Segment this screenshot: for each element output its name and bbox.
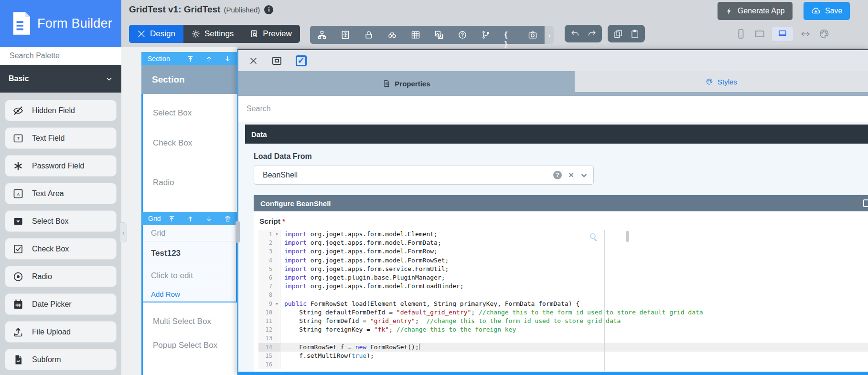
- palette-item-date-picker[interactable]: Date Picker: [5, 293, 117, 315]
- save-button[interactable]: Save: [804, 2, 850, 20]
- text-cursor: [419, 344, 420, 350]
- section-fields-below: Multi Select BoxPopup Select Box: [153, 317, 233, 365]
- theme-icon[interactable]: [818, 28, 830, 40]
- fold-spacer: [274, 282, 280, 291]
- camera-icon[interactable]: [528, 30, 537, 40]
- palette-item-hidden-field[interactable]: Hidden Field: [5, 100, 117, 121]
- load-binder-select[interactable]: BeanShell ? ×: [254, 166, 594, 185]
- data-section-header[interactable]: Data: [245, 125, 868, 144]
- braces-icon[interactable]: { }: [504, 30, 514, 40]
- tab-design[interactable]: Design: [129, 25, 183, 43]
- expand-icon[interactable]: [863, 199, 868, 207]
- palette-item-subform[interactable]: Subform: [5, 349, 117, 370]
- code-line-1: 1▾ import org.joget.apps.form.model.Elem…: [258, 230, 868, 239]
- beanshell-code-editor[interactable]: 1▾ import org.joget.apps.form.model.Elem…: [258, 230, 868, 371]
- table-grid-icon[interactable]: [411, 30, 420, 40]
- palette-sidebar: Basic Hidden Field T Text Field Password…: [0, 47, 121, 375]
- code-line-12: 12 String foreignKey = "fk"; //change th…: [258, 325, 868, 334]
- line-number: 5: [258, 265, 274, 273]
- builder-toolbar: { }: [310, 26, 545, 44]
- code-line-2: 2 import org.joget.apps.form.model.FormD…: [258, 239, 868, 247]
- lock-icon[interactable]: [364, 30, 374, 40]
- script-label: Script: [259, 217, 280, 225]
- subform-icon: [12, 354, 24, 365]
- dialog-list-icon[interactable]: [272, 57, 281, 65]
- tablet-icon[interactable]: [753, 28, 766, 40]
- grid-element[interactable]: Grid Test123 Click to edit Add Row: [142, 225, 237, 302]
- palette-item-radio[interactable]: Radio: [5, 266, 117, 287]
- move-down-icon[interactable]: [224, 55, 231, 62]
- delete-icon[interactable]: [224, 215, 231, 222]
- grid-column-header[interactable]: Test123: [143, 241, 236, 265]
- palette-item-text-field[interactable]: T Text Field: [5, 127, 117, 149]
- add-row-link[interactable]: Add Row: [143, 286, 236, 302]
- canvas-field-multi-select-box[interactable]: Multi Select Box: [153, 317, 233, 326]
- grid-cell-placeholder[interactable]: Click to edit: [143, 265, 236, 286]
- canvas-field-select-box[interactable]: Select Box: [153, 108, 233, 118]
- palette-item-check-box[interactable]: Check Box: [5, 238, 117, 260]
- dialog-resize-handle[interactable]: [236, 221, 240, 243]
- editor-scrollbar[interactable]: [626, 231, 629, 242]
- move-top-icon[interactable]: [168, 215, 175, 222]
- fold-spacer: [274, 291, 280, 299]
- code-line-15: 15 f.setMultiRow(true);: [258, 352, 868, 360]
- section-header[interactable]: Section: [141, 65, 237, 94]
- palette-item-file-upload[interactable]: File Upload: [5, 321, 117, 343]
- canvas-field-popup-select-box[interactable]: Popup Select Box: [153, 341, 233, 350]
- fold-spacer: [274, 247, 280, 256]
- info-icon[interactable]: i: [264, 5, 273, 14]
- code-line-14: 14 FormRowSet f = new FormRowSet();: [258, 343, 868, 352]
- checkbox-checked-icon[interactable]: ✓: [296, 55, 307, 66]
- tab-properties[interactable]: Properties: [238, 71, 575, 96]
- copy-icon[interactable]: [613, 29, 622, 38]
- form-status: (Published): [224, 6, 260, 14]
- canvas-field-radio[interactable]: Radio: [153, 178, 233, 188]
- code-line-11: 11 String formDefId = "grid_entry"; //ch…: [258, 317, 868, 325]
- palette-category-basic[interactable]: Basic: [0, 65, 121, 93]
- load-binder-value: BeanShell: [260, 171, 547, 179]
- redo-icon[interactable]: [587, 29, 596, 38]
- desktop-icon[interactable]: [772, 27, 793, 41]
- undo-icon[interactable]: [570, 29, 579, 38]
- palette-search-input[interactable]: [0, 52, 121, 60]
- fold-marker-icon[interactable]: ▾: [274, 300, 280, 308]
- fold-marker-icon[interactable]: ▾: [274, 230, 280, 239]
- translate-icon[interactable]: [434, 30, 444, 40]
- device-preview-toggle: [735, 26, 830, 42]
- editor-search-icon[interactable]: [590, 233, 596, 239]
- dialog-toolbar: ✓: [238, 50, 868, 71]
- toolbar-overflow-button[interactable]: ›: [545, 26, 554, 44]
- paste-icon[interactable]: [630, 29, 639, 38]
- palette-item-password-field[interactable]: Password Field: [5, 155, 117, 177]
- git-branch-icon[interactable]: [481, 30, 491, 40]
- move-top-icon[interactable]: [187, 55, 194, 62]
- fit-width-icon[interactable]: [799, 28, 812, 40]
- move-up-icon[interactable]: [205, 55, 213, 62]
- move-down-icon[interactable]: [205, 215, 213, 222]
- tab-styles[interactable]: Styles: [575, 71, 868, 96]
- help-circle-icon[interactable]: [458, 30, 467, 40]
- form-field-icon[interactable]: [341, 30, 350, 40]
- chevron-down-icon[interactable]: [580, 172, 588, 179]
- sitemap-icon[interactable]: [317, 30, 327, 40]
- section-title: Section: [152, 74, 185, 85]
- palette-item-select-box[interactable]: Select Box: [5, 210, 117, 232]
- palette-item-text-area[interactable]: A Text Area: [5, 183, 117, 204]
- close-icon[interactable]: [249, 56, 258, 65]
- collapse-palette-handle[interactable]: ‹: [120, 222, 127, 242]
- binoculars-icon[interactable]: [387, 30, 397, 40]
- move-up-icon[interactable]: [187, 215, 194, 222]
- undo-redo-group: [565, 25, 602, 42]
- tab-preview[interactable]: Preview: [242, 25, 300, 43]
- fold-spacer: [274, 256, 280, 265]
- generate-app-button[interactable]: Generate App: [718, 2, 793, 20]
- properties-search-input[interactable]: [238, 104, 868, 113]
- palette-icon: [706, 78, 713, 85]
- tab-settings[interactable]: Settings: [183, 25, 242, 43]
- file-upload-icon: [12, 326, 24, 338]
- canvas-field-check-box[interactable]: Check Box: [153, 138, 233, 148]
- fold-spacer: [274, 325, 280, 334]
- clear-icon[interactable]: ×: [568, 171, 574, 179]
- mobile-icon[interactable]: [735, 28, 747, 40]
- help-icon[interactable]: ?: [553, 171, 562, 179]
